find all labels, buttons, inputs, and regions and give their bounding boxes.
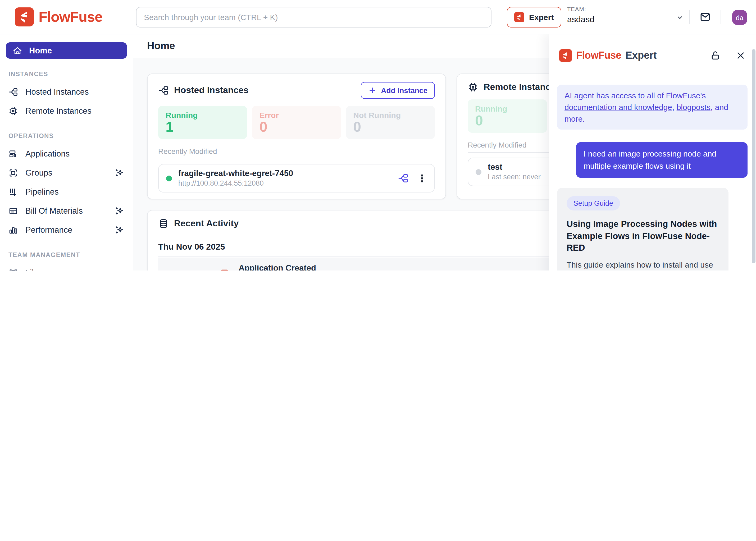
- hosted-instances-icon: [8, 87, 18, 97]
- sidebar-item-home[interactable]: Home: [6, 42, 127, 59]
- team-label: TEAM:: [567, 6, 594, 13]
- sidebar-item-groups[interactable]: Groups: [0, 164, 133, 183]
- stat-value: 1: [166, 120, 240, 134]
- recently-modified-label: Recently Modified: [468, 141, 549, 149]
- mail-icon[interactable]: [699, 11, 711, 23]
- sidebar-item-bill-of-materials[interactable]: Bill Of Materials: [0, 202, 133, 221]
- applications-icon: [8, 149, 18, 159]
- groups-icon: [8, 168, 18, 178]
- remote-instances-card: Remote Instances Running 0 Recently Modi…: [456, 74, 549, 199]
- instance-row[interactable]: fragile-great-white-egret-7450 http://10…: [158, 164, 435, 193]
- expert-button-label: Expert: [529, 13, 554, 22]
- sidebar-item-label: Bill Of Materials: [25, 206, 83, 216]
- stat-label: Error: [260, 111, 334, 120]
- activity-date: Thu Nov 06 2025: [158, 242, 549, 252]
- sidebar-item-label: Pipelines: [25, 187, 59, 197]
- stat-value: 0: [260, 120, 334, 134]
- page-title: Home: [147, 40, 175, 52]
- dashboard: Hosted Instances Add Instance Running 1 …: [133, 59, 549, 270]
- brand-name: FlowFuse: [39, 9, 102, 25]
- activity-title: Application Created: [239, 264, 398, 270]
- recently-modified-label: Recently Modified: [158, 147, 435, 156]
- application-icon: [220, 268, 231, 270]
- search-input[interactable]: [136, 7, 491, 28]
- sidebar: Home INSTANCES Hosted Instances Remote I…: [0, 34, 133, 270]
- plus-icon: [368, 86, 377, 95]
- team-selector[interactable]: TEAM: asdasd: [567, 6, 594, 25]
- app-window: FlowFuse Expert TEAM: asdasd da Home INS…: [0, 0, 756, 270]
- sparkles-icon: [115, 206, 124, 216]
- status-dot-offline: [475, 169, 481, 175]
- notice-text: AI agent has access to all of FlowFuse's: [564, 91, 706, 100]
- hosted-instances-icon: [158, 85, 169, 96]
- kebab-menu-icon[interactable]: ⋮: [417, 173, 427, 183]
- remote-instances-icon: [468, 82, 478, 93]
- card-title: Remote Instances: [483, 82, 549, 93]
- activity-row[interactable]: 2:27:44 PM Application Created Applicati…: [158, 258, 549, 270]
- sidebar-item-label: Groups: [25, 168, 52, 178]
- panel-brand: FlowFuse: [576, 50, 621, 61]
- sidebar-item-label: Performance: [25, 225, 72, 235]
- chat-messages[interactable]: AI agent has access to all of FlowFuse's…: [549, 77, 756, 270]
- setup-guide-badge: Setup Guide: [567, 197, 620, 211]
- sidebar-item-applications[interactable]: Applications: [0, 144, 133, 164]
- performance-icon: [8, 225, 18, 235]
- card-title: Recent Activity: [174, 219, 239, 229]
- header-divider: [721, 10, 721, 24]
- flowfuse-logo-icon: [559, 49, 572, 62]
- documentation-link[interactable]: documentation and knowledge: [564, 103, 672, 112]
- sidebar-section-instances: INSTANCES: [0, 70, 133, 78]
- activity-icon: [158, 219, 169, 229]
- expert-button[interactable]: Expert: [507, 7, 561, 28]
- sidebar-item-hosted-instances[interactable]: Hosted Instances: [0, 83, 133, 102]
- stat-tile-running: Running 0: [468, 99, 547, 133]
- instance-name: test: [488, 162, 541, 173]
- instance-url: http://100.80.244.55:12080: [178, 179, 293, 188]
- status-dot-running: [166, 175, 172, 181]
- stat-label: Running: [166, 111, 240, 120]
- stat-value: 0: [353, 120, 427, 134]
- team-name: asdasd: [567, 14, 594, 25]
- sidebar-item-label: Remote Instances: [25, 106, 92, 116]
- lock-open-icon[interactable]: [710, 50, 721, 61]
- divider: [468, 152, 549, 153]
- instance-row[interactable]: test Last seen: never: [468, 158, 549, 186]
- close-icon[interactable]: [735, 50, 746, 61]
- home-icon: [13, 46, 22, 55]
- guide-intro: This guide explains how to install and u…: [567, 259, 719, 270]
- avatar[interactable]: da: [732, 10, 747, 25]
- instance-last-seen: Last seen: never: [488, 173, 541, 182]
- divider: [158, 159, 435, 159]
- guide-heading: Using Image Processing Nodes with Exampl…: [567, 218, 719, 254]
- activity-time: 2:27:44 PM: [165, 264, 212, 270]
- stat-label: Running: [475, 104, 540, 113]
- divider: [158, 257, 549, 257]
- chevron-down-icon[interactable]: [676, 13, 684, 22]
- sidebar-item-library[interactable]: Library: [0, 264, 133, 270]
- sidebar-item-remote-instances[interactable]: Remote Instances: [0, 102, 133, 121]
- flowfuse-logo[interactable]: FlowFuse: [15, 7, 102, 26]
- bill-of-materials-icon: [8, 206, 18, 216]
- expert-panel-header: FlowFuse Expert: [549, 34, 756, 77]
- sidebar-section-team-management: TEAM MANAGEMENT: [0, 251, 133, 259]
- sidebar-item-pipelines[interactable]: Pipelines: [0, 183, 133, 202]
- blogposts-link[interactable]: blogposts: [677, 103, 710, 112]
- sidebar-item-label: Applications: [25, 149, 70, 159]
- scrollbar-thumb[interactable]: [752, 49, 755, 264]
- stat-label: Not Running: [353, 111, 427, 120]
- user-message-bubble: I need an image processing node and mult…: [576, 143, 748, 178]
- card-title: Hosted Instances: [174, 85, 249, 96]
- stat-tile-error: Error 0: [252, 106, 341, 139]
- stat-value: 0: [475, 114, 540, 128]
- open-instance-icon[interactable]: [398, 173, 408, 184]
- header-divider: [689, 10, 690, 24]
- sparkles-icon: [115, 225, 124, 235]
- add-instance-button[interactable]: Add Instance: [361, 82, 435, 99]
- sidebar-item-performance[interactable]: Performance: [0, 221, 133, 240]
- flowfuse-logo-icon: [514, 12, 524, 22]
- ai-access-notice: AI agent has access to all of FlowFuse's…: [557, 85, 748, 130]
- recent-activity-card: Recent Activity Thu Nov 06 2025 2:27:44 …: [147, 210, 549, 270]
- flowfuse-logo-icon: [15, 7, 34, 26]
- notice-text: ,: [672, 103, 677, 112]
- add-instance-label: Add Instance: [381, 86, 427, 95]
